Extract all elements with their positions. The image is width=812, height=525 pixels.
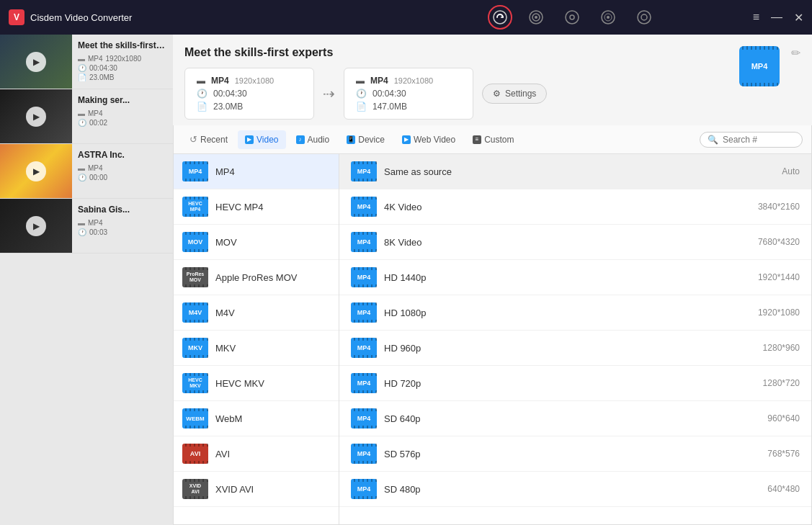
mp4-badge: MP4 <box>182 161 208 181</box>
quality-item-hd1440[interactable]: MP4 HD 1440p 1920*1440 <box>339 260 811 295</box>
sd480-badge: MP4 <box>351 479 377 499</box>
picker-tabs: ↺ Recent ▶ Video ♪ Audio 📱 Device ▶ <box>174 125 811 154</box>
main-content: ▶ Meet the skills-first experts ▬ MP4 19… <box>0 35 812 525</box>
webm-badge: WEBM <box>182 408 208 428</box>
hd720-badge: MP4 <box>351 373 377 393</box>
file-meta-1: ▬ MP4 1920x1080 🕐 00:04:30 📄 23.0MB <box>78 55 167 81</box>
source-size-row: 📄 23.0MB <box>197 102 302 112</box>
format-item-prores-mov[interactable]: ProRes MOV Apple ProRes MOV <box>174 260 339 295</box>
quality-item-sd640[interactable]: MP4 SD 640p 960*640 <box>339 401 811 436</box>
duration-icon-2: 🕐 <box>78 119 86 127</box>
format-list: MP4 MP4 HEVC MP4 HEVC MP4 MOV MOV <box>174 154 339 524</box>
list-item[interactable]: ▶ Sabina Gis... ▬ MP4 🕐 00:03 <box>0 199 173 253</box>
format-icon-3: ▬ <box>78 164 85 172</box>
file-meta-4: ▬ MP4 🕐 00:03 <box>78 219 167 236</box>
duration-icon-4: 🕐 <box>78 228 86 236</box>
quality-item-8k[interactable]: MP4 8K Video 7680*4320 <box>339 225 811 260</box>
quality-item-hd1080[interactable]: MP4 HD 1080p 1920*1080 <box>339 295 811 331</box>
tab-video[interactable]: ▶ Video <box>238 130 285 149</box>
quality-item-hd720[interactable]: MP4 HD 720p 1280*720 <box>339 366 811 401</box>
m4v-badge: M4V <box>182 302 208 323</box>
right-panel: Meet the skills-first experts ▬ MP4 1920… <box>173 35 812 525</box>
quality-item-4k[interactable]: MP4 4K Video 3840*2160 <box>339 189 811 225</box>
output-format-box: ▬ MP4 1920x1080 🕐 00:04:30 📄 147.0MB <box>344 68 473 120</box>
video-tab-icon: ▶ <box>245 135 254 144</box>
thumbnail-3: ▶ <box>0 144 72 198</box>
output-format-row: ▬ MP4 1920x1080 <box>356 76 461 86</box>
tab-device[interactable]: 📱 Device <box>339 130 392 149</box>
prores-badge: ProRes MOV <box>182 267 208 287</box>
format-item-mov[interactable]: MOV MOV <box>174 225 339 260</box>
play-button-2[interactable]: ▶ <box>26 107 46 127</box>
file-meta-2: ▬ MP4 🕐 00:02 <box>78 109 167 127</box>
play-button-3[interactable]: ▶ <box>26 161 46 181</box>
quality-item-same[interactable]: MP4 Same as source Auto <box>339 154 811 189</box>
settings-gear-icon: ⚙ <box>493 89 501 99</box>
tab-recent[interactable]: ↺ Recent <box>182 130 235 149</box>
file-list: ▶ Meet the skills-first experts ▬ MP4 19… <box>0 35 173 525</box>
search-input[interactable] <box>723 135 795 145</box>
format-item-m4v[interactable]: M4V M4V <box>174 295 339 331</box>
play-button-4[interactable]: ▶ <box>26 216 46 236</box>
menu-icon[interactable]: ≡ <box>753 11 759 24</box>
list-item[interactable]: ▶ Meet the skills-first experts ▬ MP4 19… <box>0 35 173 89</box>
duration-icon-1: 🕐 <box>78 64 86 72</box>
file-info-4: Sabina Gis... ▬ MP4 🕐 00:03 <box>72 199 173 253</box>
quality-item-hd960[interactable]: MP4 HD 960p 1280*960 <box>339 331 811 366</box>
minimize-icon[interactable]: — <box>771 11 782 24</box>
list-item[interactable]: ▶ Making ser... ▬ MP4 🕐 00:02 <box>0 89 173 144</box>
quality-item-sd576[interactable]: MP4 SD 576p 768*576 <box>339 436 811 472</box>
recent-icon: ↺ <box>189 134 197 145</box>
avi-badge: AVI <box>182 444 208 464</box>
tab-custom[interactable]: ≡ Custom <box>465 130 521 149</box>
file-info-1: Meet the skills-first experts ▬ MP4 1920… <box>72 35 173 89</box>
format-item-mkv[interactable]: MKV MKV <box>174 331 339 366</box>
format-item-avi[interactable]: AVI AVI <box>174 436 339 472</box>
meta-format-1: ▬ MP4 1920x1080 <box>78 55 167 63</box>
settings-button[interactable]: ⚙ Settings <box>482 84 547 104</box>
list-item[interactable]: ▶ ASTRA Inc. ▬ MP4 🕐 00:00 <box>0 144 173 199</box>
output-duration-icon: 🕐 <box>356 89 367 99</box>
format-item-hevc-mp4[interactable]: HEVC MP4 HEVC MP4 <box>174 189 339 225</box>
file-name-2: Making ser... <box>78 95 167 105</box>
format-item-hevc-mkv[interactable]: HEVC MKV HEVC MKV <box>174 366 339 401</box>
disc3-tab-icon[interactable] <box>632 5 656 30</box>
conversion-row: ▬ MP4 1920x1080 🕐 00:04:30 📄 23.0MB <box>184 68 728 120</box>
tab-audio[interactable]: ♪ Audio <box>289 130 337 149</box>
close-icon[interactable]: ✕ <box>794 11 803 24</box>
quality-item-sd480[interactable]: MP4 SD 480p 640*480 <box>339 472 811 507</box>
convert-tab-icon[interactable] <box>488 5 512 30</box>
webvideo-tab-icon: ▶ <box>402 135 411 144</box>
svg-point-8 <box>607 16 610 19</box>
svg-point-10 <box>641 14 647 20</box>
sd640-badge: MP4 <box>351 408 377 428</box>
hd1080-badge: MP4 <box>351 302 377 323</box>
hd960-badge: MP4 <box>351 338 377 358</box>
record-tab-icon[interactable] <box>524 5 548 30</box>
mp4-badge-large: MP4 <box>739 46 780 86</box>
play-button-1[interactable]: ▶ <box>26 52 46 72</box>
window-controls[interactable]: ≡ — ✕ <box>753 11 803 24</box>
quality-list: MP4 Same as source Auto MP4 4K Video 384… <box>339 154 811 524</box>
source-format-icon: ▬ <box>197 76 205 86</box>
disc1-tab-icon[interactable] <box>560 5 584 30</box>
output-duration-row: 🕐 00:04:30 <box>356 89 461 99</box>
app-logo: V <box>9 9 24 25</box>
file-meta-3: ▬ MP4 🕐 00:00 <box>78 164 167 181</box>
edit-icon[interactable]: ✏ <box>791 46 800 60</box>
titlebar-icons <box>391 5 752 30</box>
video-details: Meet the skills-first experts ▬ MP4 1920… <box>184 46 728 120</box>
svg-point-4 <box>566 11 579 24</box>
output-size-icon: 📄 <box>356 102 367 112</box>
search-box[interactable]: 🔍 <box>700 132 803 148</box>
audio-tab-icon: ♪ <box>296 135 305 144</box>
disc2-tab-icon[interactable] <box>596 5 620 30</box>
format-item-webm[interactable]: WEBM WebM <box>174 401 339 436</box>
tab-webvideo[interactable]: ▶ Web Video <box>395 130 463 149</box>
format-item-mp4[interactable]: MP4 MP4 <box>174 154 339 189</box>
format-item-xvid-avi[interactable]: XVID AVI XVID AVI <box>174 472 339 507</box>
format-icon-1: ▬ <box>78 55 85 63</box>
format-picker: ↺ Recent ▶ Video ♪ Audio 📱 Device ▶ <box>173 125 812 525</box>
meta-duration-1: 🕐 00:04:30 <box>78 64 167 72</box>
source-duration-row: 🕐 00:04:30 <box>197 89 302 99</box>
